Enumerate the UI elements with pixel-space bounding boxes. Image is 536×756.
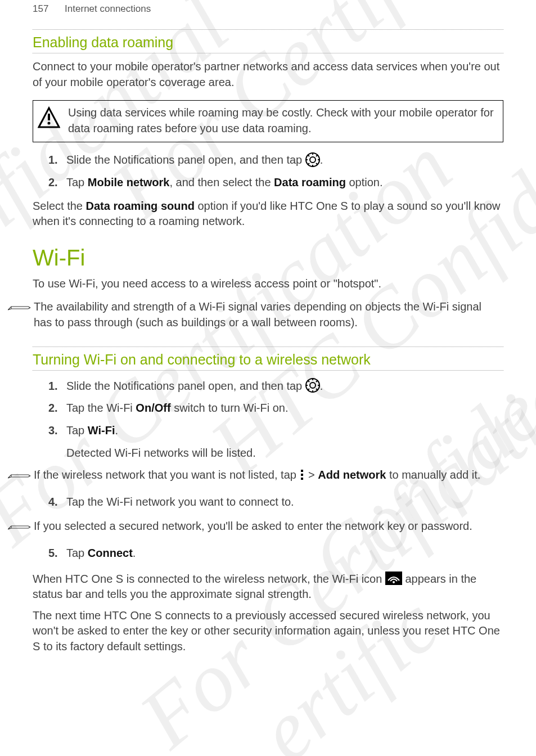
warning-icon bbox=[38, 106, 60, 129]
svg-rect-1 bbox=[48, 114, 50, 120]
svg-rect-27 bbox=[301, 470, 303, 472]
pencil-icon bbox=[8, 520, 30, 530]
overflow-menu-icon bbox=[299, 469, 305, 481]
wifi-outro2: The next time HTC One S connects to a pr… bbox=[33, 608, 503, 655]
svg-point-4 bbox=[310, 157, 316, 163]
step-item: 5. Tap Connect. bbox=[48, 546, 503, 561]
wifi-steps: 1. Slide the Notifications panel open, a… bbox=[48, 379, 503, 439]
pencil-icon bbox=[8, 469, 30, 479]
page-number: 157 bbox=[33, 3, 48, 14]
wifi-steps-cont2: 5. Tap Connect. bbox=[48, 546, 503, 561]
note-callout: If you selected a secured network, you'l… bbox=[28, 516, 503, 538]
roaming-outro: Select the Data roaming sound option if … bbox=[33, 199, 503, 230]
step-item: 1. Slide the Notifications panel open, a… bbox=[48, 379, 503, 394]
page-header: 157 Internet connections bbox=[33, 3, 503, 15]
step-item: 2. Tap Mobile network, and then select t… bbox=[48, 175, 503, 191]
step-item: 1. Slide the Notifications panel open, a… bbox=[48, 152, 503, 168]
note-text: If you selected a secured network, you'l… bbox=[34, 520, 472, 532]
svg-point-16 bbox=[310, 382, 316, 388]
svg-line-10 bbox=[316, 163, 318, 165]
step-detail: Detected Wi-Fi networks will be listed. bbox=[66, 446, 503, 461]
svg-point-33 bbox=[393, 581, 395, 583]
note-text: If the wireless network that you want is… bbox=[34, 469, 480, 481]
wifi-title: Wi-Fi bbox=[33, 245, 503, 271]
pencil-icon bbox=[8, 300, 30, 310]
svg-line-21 bbox=[308, 380, 309, 382]
wifi-intro: To use Wi-Fi, you need access to a wirel… bbox=[33, 276, 503, 292]
wifi-signal-icon bbox=[385, 572, 402, 585]
svg-line-23 bbox=[316, 380, 318, 382]
wifi-outro1: When HTC One S is connected to the wirel… bbox=[33, 572, 503, 602]
svg-line-9 bbox=[308, 155, 309, 156]
warning-callout: Using data services while roaming may be… bbox=[33, 100, 503, 142]
note-callout: The availability and strength of a Wi-Fi… bbox=[28, 297, 503, 334]
note-callout: If the wireless network that you want is… bbox=[28, 465, 503, 487]
warning-text: Using data services while roaming may be… bbox=[68, 106, 494, 134]
settings-gear-icon bbox=[305, 378, 320, 393]
step-item: 2. Tap the Wi-Fi On/Off switch to turn W… bbox=[48, 400, 503, 416]
wifi-subtitle: Turning Wi-Fi on and connecting to a wir… bbox=[33, 347, 503, 369]
wifi-steps-cont: 4. Tap the Wi-Fi network you want to con… bbox=[48, 494, 503, 510]
svg-line-11 bbox=[316, 155, 318, 156]
page-section: Internet connections bbox=[65, 3, 151, 14]
svg-line-24 bbox=[308, 389, 309, 390]
svg-line-12 bbox=[308, 163, 309, 165]
settings-gear-icon bbox=[305, 152, 320, 167]
roaming-intro: Connect to your mobile operator's partne… bbox=[33, 59, 503, 90]
step-item: 3. Tap Wi-Fi. bbox=[48, 423, 503, 439]
note-text: The availability and strength of a Wi-Fi… bbox=[34, 300, 481, 328]
svg-rect-29 bbox=[301, 478, 303, 480]
svg-line-22 bbox=[316, 389, 318, 390]
divider bbox=[33, 370, 503, 371]
roaming-steps: 1. Slide the Notifications panel open, a… bbox=[48, 152, 503, 190]
step-item: 4. Tap the Wi-Fi network you want to con… bbox=[48, 494, 503, 510]
roaming-title: Enabling data roaming bbox=[33, 30, 503, 52]
divider bbox=[33, 53, 503, 53]
svg-point-2 bbox=[48, 122, 51, 125]
svg-rect-28 bbox=[301, 474, 303, 476]
